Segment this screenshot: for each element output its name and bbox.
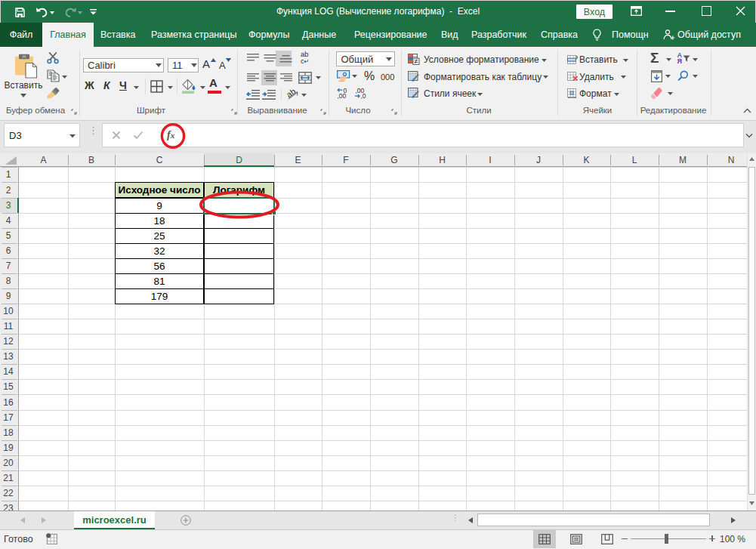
- svg-text:,00: ,00: [338, 92, 347, 99]
- svg-text:,0: ,0: [361, 92, 366, 99]
